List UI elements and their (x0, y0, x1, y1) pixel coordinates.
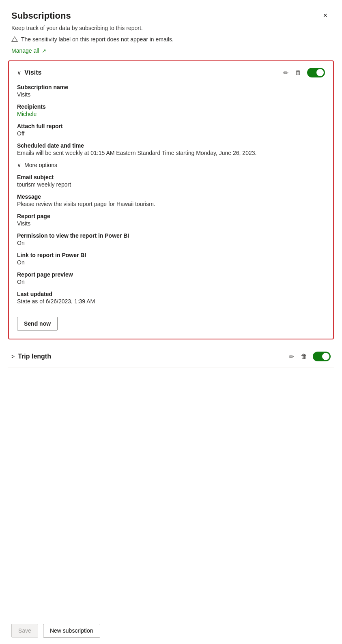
visits-card-title: Visits (24, 69, 41, 76)
message-field: Message Please review the visits report … (17, 193, 325, 207)
sensitivity-icon (11, 36, 18, 43)
permission-label: Permission to view the report in Power B… (17, 232, 325, 239)
trip-length-card: > Trip length ✏ 🗑 (8, 346, 334, 367)
send-now-button[interactable]: Send now (17, 317, 58, 331)
email-subject-value: tourism weekly report (17, 181, 325, 188)
visits-subscription-card: ∨ Visits ✏ 🗑 Subscription name Visits Re… (8, 60, 334, 339)
email-subject-field: Email subject tourism weekly report (17, 174, 325, 188)
message-label: Message (17, 193, 325, 200)
card-header-right: ✏ 🗑 (282, 68, 325, 77)
permission-value: On (17, 240, 325, 246)
scheduled-field: Scheduled date and time Emails will be s… (17, 142, 325, 156)
new-subscription-button[interactable]: New subscription (43, 624, 100, 638)
subscription-name-label: Subscription name (17, 84, 325, 90)
toggle-thumb (316, 69, 324, 76)
attach-full-report-label: Attach full report (17, 123, 325, 129)
card-header: ∨ Visits ✏ 🗑 (17, 68, 325, 77)
report-preview-field: Report page preview On (17, 271, 325, 285)
footer: Save New subscription (0, 617, 342, 644)
header: Subscriptions × (0, 0, 342, 25)
message-value: Please review the visits report page for… (17, 201, 325, 207)
external-link-icon: ↗ (42, 48, 46, 54)
delete-button[interactable]: 🗑 (294, 68, 302, 77)
report-preview-value: On (17, 279, 325, 285)
subscription-name-value: Visits (17, 91, 325, 98)
edit-button[interactable]: ✏ (282, 68, 289, 77)
attach-full-report-value: Off (17, 130, 325, 137)
last-updated-label: Last updated (17, 291, 325, 297)
recipients-label: Recipients (17, 103, 325, 110)
panel-title: Subscriptions (11, 11, 71, 21)
email-subject-label: Email subject (17, 174, 325, 180)
save-button: Save (11, 624, 38, 638)
sensitivity-text: The sensitivity label on this report doe… (21, 36, 174, 43)
more-options-label: More options (24, 162, 57, 168)
link-value: On (17, 259, 325, 266)
permission-field: Permission to view the report in Power B… (17, 232, 325, 246)
report-page-field: Report page Visits (17, 213, 325, 227)
close-button[interactable]: × (320, 10, 331, 21)
trip-delete-button[interactable]: 🗑 (300, 352, 308, 361)
manage-all-link[interactable]: Manage all (11, 47, 39, 54)
last-updated-value: State as of 6/26/2023, 1:39 AM (17, 298, 325, 305)
more-options-chevron-icon: ∨ (17, 162, 21, 168)
recipients-field: Recipients Michele (17, 103, 325, 117)
report-preview-label: Report page preview (17, 271, 325, 278)
card-header-left: ∨ Visits (17, 69, 41, 76)
trip-card-title: Trip length (18, 353, 51, 360)
report-page-label: Report page (17, 213, 325, 219)
link-field: Link to report in Power BI On (17, 252, 325, 266)
more-options-row[interactable]: ∨ More options (17, 162, 325, 168)
subscriptions-panel: Subscriptions × Keep track of your data … (0, 0, 342, 644)
subtitle-text: Keep track of your data by subscribing t… (0, 25, 342, 34)
recipients-value[interactable]: Michele (17, 111, 325, 117)
visits-chevron-icon[interactable]: ∨ (17, 69, 21, 76)
scheduled-value: Emails will be sent weekly at 01:15 AM E… (17, 150, 325, 156)
trip-card-left: > Trip length (11, 353, 51, 360)
report-page-value: Visits (17, 220, 325, 227)
manage-all-row: Manage all ↗ (0, 46, 342, 60)
trip-edit-button[interactable]: ✏ (288, 352, 295, 361)
trip-card-header: > Trip length ✏ 🗑 (11, 352, 331, 361)
scheduled-label: Scheduled date and time (17, 142, 325, 149)
trip-chevron-icon[interactable]: > (11, 353, 15, 360)
subscription-name-field: Subscription name Visits (17, 84, 325, 98)
sensitivity-row: The sensitivity label on this report doe… (0, 34, 342, 46)
link-label: Link to report in Power BI (17, 252, 325, 258)
trip-toggle[interactable] (313, 352, 331, 361)
last-updated-field: Last updated State as of 6/26/2023, 1:39… (17, 291, 325, 305)
trip-card-right: ✏ 🗑 (288, 352, 331, 361)
trip-toggle-thumb (322, 353, 329, 360)
visits-toggle[interactable] (307, 68, 325, 77)
attach-full-report-field: Attach full report Off (17, 123, 325, 137)
